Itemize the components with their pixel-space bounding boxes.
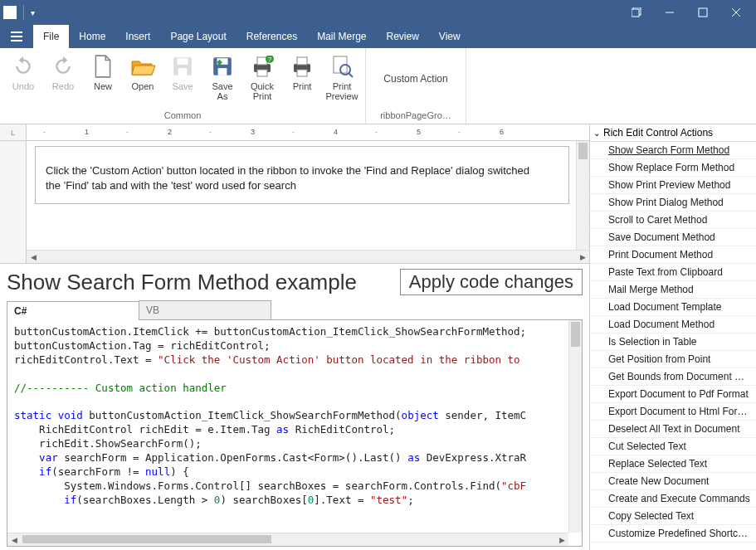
restore-down-small-button[interactable]	[620, 0, 653, 25]
action-item[interactable]: Load Document Template	[590, 299, 756, 316]
ribbon-group-label-common: Common	[0, 109, 365, 124]
svg-rect-1	[632, 9, 639, 17]
menu-item-view[interactable]: View	[429, 25, 471, 48]
maximize-button[interactable]	[686, 0, 719, 25]
action-item[interactable]: Export Document to Pdf Format	[590, 386, 756, 403]
open-button[interactable]: Open	[124, 51, 161, 103]
action-item[interactable]: Scroll to Caret Method	[590, 212, 756, 229]
menu-item-file[interactable]: File	[33, 25, 69, 48]
svg-rect-3	[699, 8, 707, 17]
undo-icon	[10, 53, 37, 80]
menu-item-review[interactable]: Review	[377, 25, 429, 48]
svg-text:?: ?	[268, 56, 272, 63]
chevron-down-icon[interactable]: ⌄	[593, 129, 600, 138]
scroll-right-icon[interactable]: ▶	[576, 253, 589, 261]
undo-button: Undo	[5, 51, 41, 103]
app-icon	[3, 6, 17, 19]
action-item[interactable]: Show Print Preview Method	[590, 177, 756, 194]
save-button: Save	[164, 51, 201, 103]
action-item[interactable]: Print Document Method	[590, 246, 756, 264]
document-vertical-scrollbar[interactable]	[576, 141, 589, 250]
ribbon: UndoRedoNewOpenSaveSaveAs?QuickPrintPrin…	[0, 48, 756, 124]
minimize-button[interactable]	[653, 0, 686, 25]
action-item[interactable]: Copy Selected Text	[590, 508, 756, 525]
action-item[interactable]: Show Search Form Method	[590, 142, 756, 159]
code-tab-vb[interactable]: VB	[139, 300, 271, 319]
print-preview-button[interactable]: PrintPreview	[324, 51, 360, 103]
document-text-line: Click the 'Custom Action' button located…	[46, 163, 558, 178]
action-item[interactable]: Mail Merge Method	[590, 281, 756, 299]
document-viewport[interactable]: Click the 'Custom Action' button located…	[27, 141, 589, 263]
ribbon-group-label-custom: ribbonPageGro…	[366, 109, 466, 124]
scroll-right-icon[interactable]: ▶	[555, 533, 568, 546]
save-as-button[interactable]: SaveAs	[204, 51, 241, 103]
quick-print-button[interactable]: ?QuickPrint	[244, 51, 280, 103]
action-item[interactable]: Customize Predefined Shortcut…	[590, 525, 756, 543]
action-item[interactable]: Get Bounds from Document Po…	[590, 368, 756, 386]
custom-action-button[interactable]: Custom Action	[366, 48, 466, 109]
svg-rect-10	[178, 58, 188, 65]
action-item[interactable]: Export Document to Html For…	[590, 403, 756, 421]
menu-item-mail-merge[interactable]: Mail Merge	[307, 25, 376, 48]
apply-code-changes-button[interactable]: Apply code changes	[400, 269, 583, 295]
action-item[interactable]: Create New Document	[590, 473, 756, 490]
code-tab-csharp[interactable]: C#	[7, 301, 139, 320]
scroll-left-icon[interactable]: ◀	[7, 533, 21, 546]
quick-print-icon: ?	[249, 53, 276, 80]
action-item[interactable]: Show Print Dialog Method	[590, 194, 756, 212]
save-icon	[169, 53, 196, 80]
document-page[interactable]: Click the 'Custom Action' button located…	[35, 146, 569, 204]
hamburger-icon[interactable]	[0, 25, 33, 48]
scroll-left-icon[interactable]: ◀	[27, 253, 40, 261]
menu-item-page-layout[interactable]: Page Layout	[160, 25, 236, 48]
titlebar: ▾	[0, 0, 756, 25]
close-button[interactable]	[719, 0, 753, 25]
action-item[interactable]: Show Replace Form Method	[590, 159, 756, 177]
document-horizontal-scrollbar[interactable]: ◀ ▶	[27, 250, 589, 263]
print-preview-icon	[329, 53, 355, 80]
action-item[interactable]: Paste Text from Clipboard	[590, 264, 756, 281]
action-item[interactable]: Cut Selected Text	[590, 438, 756, 455]
example-title: Show Search Form Method example	[7, 270, 390, 295]
action-item[interactable]: Load Document Method	[590, 316, 756, 333]
svg-rect-17	[257, 70, 267, 76]
action-item[interactable]: Get Position from Point	[590, 351, 756, 368]
code-vertical-scrollbar[interactable]	[568, 320, 582, 533]
svg-rect-14	[218, 68, 227, 75]
menu-item-references[interactable]: References	[237, 25, 307, 48]
menubar: FileHomeInsertPage LayoutReferencesMail …	[0, 25, 756, 48]
action-item[interactable]: Deselect All Text in Document	[590, 421, 756, 438]
new-icon	[90, 53, 116, 80]
actions-panel: ⌄ Rich Edit Control Actions Show Search …	[590, 124, 756, 550]
action-item[interactable]: Save Document Method	[590, 229, 756, 246]
menu-item-insert[interactable]: Insert	[115, 25, 160, 48]
print-button[interactable]: Print	[284, 51, 320, 103]
svg-rect-21	[297, 57, 307, 65]
action-item[interactable]: Replace Selected Text	[590, 455, 756, 473]
redo-icon	[50, 53, 76, 80]
svg-line-25	[349, 73, 353, 77]
code-horizontal-scrollbar[interactable]: ◀ ▶	[7, 533, 568, 546]
document-text-line: the 'Find' tab and with the 'test' word …	[46, 178, 558, 193]
code-editor[interactable]: buttonCustomAction.ItemClick += buttonCu…	[7, 320, 582, 512]
svg-rect-11	[178, 68, 188, 75]
new-button[interactable]: New	[85, 51, 121, 103]
vertical-ruler	[0, 141, 27, 263]
print-icon	[289, 53, 315, 80]
save-as-icon	[209, 53, 236, 80]
qa-dropdown-icon[interactable]: ▾	[31, 8, 35, 17]
redo-button: Redo	[45, 51, 81, 103]
horizontal-ruler: L ·1·2·3·4·5·6	[0, 124, 589, 141]
menu-item-home[interactable]: Home	[69, 25, 115, 48]
open-icon	[129, 53, 156, 80]
actions-panel-header[interactable]: ⌄ Rich Edit Control Actions	[590, 124, 756, 142]
svg-rect-22	[297, 70, 307, 76]
action-item[interactable]: Create and Execute Commands	[590, 490, 756, 508]
action-item[interactable]: Is Selection in Table	[590, 333, 756, 351]
